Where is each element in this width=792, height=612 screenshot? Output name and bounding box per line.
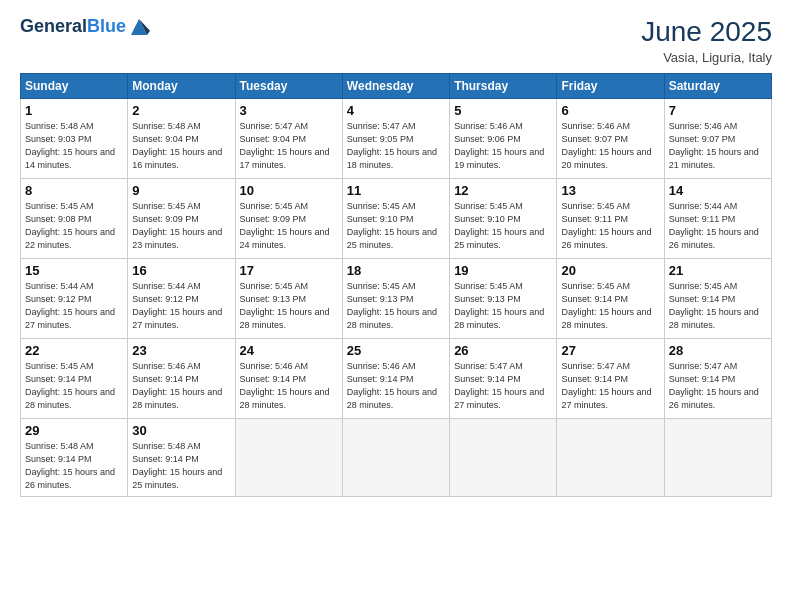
- day-info: Sunrise: 5:46 AMSunset: 9:06 PMDaylight:…: [454, 121, 544, 170]
- day-info: Sunrise: 5:45 AMSunset: 9:09 PMDaylight:…: [132, 201, 222, 250]
- day-info: Sunrise: 5:45 AMSunset: 9:10 PMDaylight:…: [347, 201, 437, 250]
- day-number: 28: [669, 343, 767, 358]
- calendar-header-row: Sunday Monday Tuesday Wednesday Thursday…: [21, 74, 772, 99]
- table-row: 5Sunrise: 5:46 AMSunset: 9:06 PMDaylight…: [450, 99, 557, 179]
- day-info: Sunrise: 5:48 AMSunset: 9:03 PMDaylight:…: [25, 121, 115, 170]
- day-info: Sunrise: 5:45 AMSunset: 9:14 PMDaylight:…: [669, 281, 759, 330]
- day-info: Sunrise: 5:46 AMSunset: 9:14 PMDaylight:…: [240, 361, 330, 410]
- day-number: 5: [454, 103, 552, 118]
- day-info: Sunrise: 5:44 AMSunset: 9:11 PMDaylight:…: [669, 201, 759, 250]
- table-row: [450, 419, 557, 497]
- table-row: 16Sunrise: 5:44 AMSunset: 9:12 PMDayligh…: [128, 259, 235, 339]
- day-number: 23: [132, 343, 230, 358]
- day-number: 27: [561, 343, 659, 358]
- table-row: 22Sunrise: 5:45 AMSunset: 9:14 PMDayligh…: [21, 339, 128, 419]
- day-info: Sunrise: 5:46 AMSunset: 9:14 PMDaylight:…: [132, 361, 222, 410]
- table-row: 8Sunrise: 5:45 AMSunset: 9:08 PMDaylight…: [21, 179, 128, 259]
- day-number: 11: [347, 183, 445, 198]
- day-info: Sunrise: 5:45 AMSunset: 9:10 PMDaylight:…: [454, 201, 544, 250]
- day-number: 18: [347, 263, 445, 278]
- day-info: Sunrise: 5:45 AMSunset: 9:14 PMDaylight:…: [561, 281, 651, 330]
- day-info: Sunrise: 5:45 AMSunset: 9:13 PMDaylight:…: [240, 281, 330, 330]
- table-row: 10Sunrise: 5:45 AMSunset: 9:09 PMDayligh…: [235, 179, 342, 259]
- col-monday: Monday: [128, 74, 235, 99]
- table-row: [557, 419, 664, 497]
- table-row: 24Sunrise: 5:46 AMSunset: 9:14 PMDayligh…: [235, 339, 342, 419]
- table-row: 1Sunrise: 5:48 AMSunset: 9:03 PMDaylight…: [21, 99, 128, 179]
- day-number: 6: [561, 103, 659, 118]
- day-info: Sunrise: 5:47 AMSunset: 9:14 PMDaylight:…: [669, 361, 759, 410]
- day-number: 14: [669, 183, 767, 198]
- calendar-week-row: 29Sunrise: 5:48 AMSunset: 9:14 PMDayligh…: [21, 419, 772, 497]
- day-number: 29: [25, 423, 123, 438]
- day-info: Sunrise: 5:45 AMSunset: 9:13 PMDaylight:…: [454, 281, 544, 330]
- day-info: Sunrise: 5:44 AMSunset: 9:12 PMDaylight:…: [132, 281, 222, 330]
- table-row: 13Sunrise: 5:45 AMSunset: 9:11 PMDayligh…: [557, 179, 664, 259]
- calendar-week-row: 15Sunrise: 5:44 AMSunset: 9:12 PMDayligh…: [21, 259, 772, 339]
- day-number: 13: [561, 183, 659, 198]
- table-row: 17Sunrise: 5:45 AMSunset: 9:13 PMDayligh…: [235, 259, 342, 339]
- day-info: Sunrise: 5:48 AMSunset: 9:04 PMDaylight:…: [132, 121, 222, 170]
- day-number: 8: [25, 183, 123, 198]
- table-row: 14Sunrise: 5:44 AMSunset: 9:11 PMDayligh…: [664, 179, 771, 259]
- day-number: 24: [240, 343, 338, 358]
- col-sunday: Sunday: [21, 74, 128, 99]
- day-number: 3: [240, 103, 338, 118]
- logo-icon: [128, 16, 150, 38]
- calendar-week-row: 8Sunrise: 5:45 AMSunset: 9:08 PMDaylight…: [21, 179, 772, 259]
- table-row: 27Sunrise: 5:47 AMSunset: 9:14 PMDayligh…: [557, 339, 664, 419]
- day-number: 22: [25, 343, 123, 358]
- day-number: 7: [669, 103, 767, 118]
- day-number: 12: [454, 183, 552, 198]
- logo-text: GeneralBlue: [20, 17, 126, 37]
- day-info: Sunrise: 5:45 AMSunset: 9:08 PMDaylight:…: [25, 201, 115, 250]
- day-number: 26: [454, 343, 552, 358]
- table-row: 26Sunrise: 5:47 AMSunset: 9:14 PMDayligh…: [450, 339, 557, 419]
- calendar-week-row: 22Sunrise: 5:45 AMSunset: 9:14 PMDayligh…: [21, 339, 772, 419]
- table-row: 29Sunrise: 5:48 AMSunset: 9:14 PMDayligh…: [21, 419, 128, 497]
- table-row: 18Sunrise: 5:45 AMSunset: 9:13 PMDayligh…: [342, 259, 449, 339]
- table-row: [235, 419, 342, 497]
- table-row: 28Sunrise: 5:47 AMSunset: 9:14 PMDayligh…: [664, 339, 771, 419]
- table-row: 3Sunrise: 5:47 AMSunset: 9:04 PMDaylight…: [235, 99, 342, 179]
- col-thursday: Thursday: [450, 74, 557, 99]
- day-number: 16: [132, 263, 230, 278]
- table-row: 20Sunrise: 5:45 AMSunset: 9:14 PMDayligh…: [557, 259, 664, 339]
- day-number: 4: [347, 103, 445, 118]
- day-number: 15: [25, 263, 123, 278]
- day-number: 1: [25, 103, 123, 118]
- table-row: 6Sunrise: 5:46 AMSunset: 9:07 PMDaylight…: [557, 99, 664, 179]
- table-row: [664, 419, 771, 497]
- table-row: 25Sunrise: 5:46 AMSunset: 9:14 PMDayligh…: [342, 339, 449, 419]
- day-info: Sunrise: 5:47 AMSunset: 9:04 PMDaylight:…: [240, 121, 330, 170]
- table-row: 21Sunrise: 5:45 AMSunset: 9:14 PMDayligh…: [664, 259, 771, 339]
- day-number: 2: [132, 103, 230, 118]
- table-row: 30Sunrise: 5:48 AMSunset: 9:14 PMDayligh…: [128, 419, 235, 497]
- table-row: 23Sunrise: 5:46 AMSunset: 9:14 PMDayligh…: [128, 339, 235, 419]
- table-row: 4Sunrise: 5:47 AMSunset: 9:05 PMDaylight…: [342, 99, 449, 179]
- day-number: 9: [132, 183, 230, 198]
- day-number: 25: [347, 343, 445, 358]
- table-row: 2Sunrise: 5:48 AMSunset: 9:04 PMDaylight…: [128, 99, 235, 179]
- calendar-week-row: 1Sunrise: 5:48 AMSunset: 9:03 PMDaylight…: [21, 99, 772, 179]
- day-info: Sunrise: 5:46 AMSunset: 9:07 PMDaylight:…: [669, 121, 759, 170]
- col-friday: Friday: [557, 74, 664, 99]
- day-number: 17: [240, 263, 338, 278]
- month-title: June 2025: [641, 16, 772, 48]
- col-tuesday: Tuesday: [235, 74, 342, 99]
- day-info: Sunrise: 5:48 AMSunset: 9:14 PMDaylight:…: [25, 441, 115, 490]
- table-row: 9Sunrise: 5:45 AMSunset: 9:09 PMDaylight…: [128, 179, 235, 259]
- header: GeneralBlue June 2025 Vasia, Liguria, It…: [20, 16, 772, 65]
- day-number: 10: [240, 183, 338, 198]
- day-info: Sunrise: 5:47 AMSunset: 9:14 PMDaylight:…: [454, 361, 544, 410]
- table-row: [342, 419, 449, 497]
- day-number: 30: [132, 423, 230, 438]
- col-wednesday: Wednesday: [342, 74, 449, 99]
- table-row: 11Sunrise: 5:45 AMSunset: 9:10 PMDayligh…: [342, 179, 449, 259]
- day-info: Sunrise: 5:48 AMSunset: 9:14 PMDaylight:…: [132, 441, 222, 490]
- table-row: 15Sunrise: 5:44 AMSunset: 9:12 PMDayligh…: [21, 259, 128, 339]
- title-block: June 2025 Vasia, Liguria, Italy: [641, 16, 772, 65]
- day-number: 20: [561, 263, 659, 278]
- table-row: 12Sunrise: 5:45 AMSunset: 9:10 PMDayligh…: [450, 179, 557, 259]
- table-row: 7Sunrise: 5:46 AMSunset: 9:07 PMDaylight…: [664, 99, 771, 179]
